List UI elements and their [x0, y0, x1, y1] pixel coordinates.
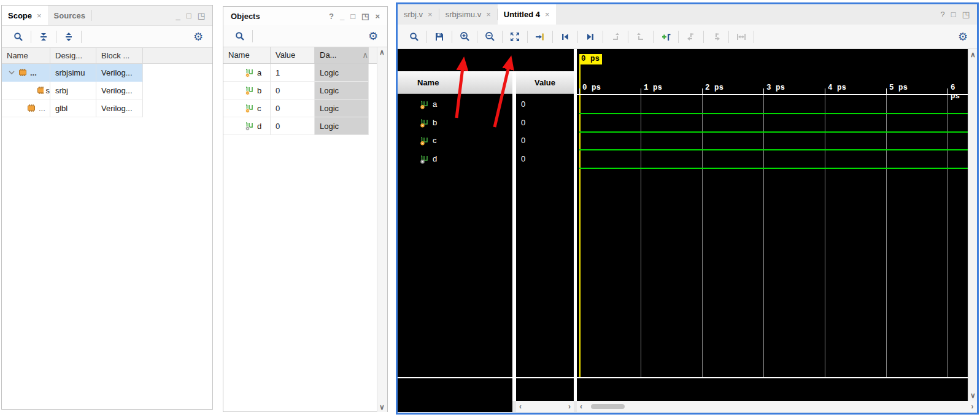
object-name: c	[257, 104, 261, 113]
swap-cursors-icon[interactable]	[733, 29, 749, 45]
wave-signal-row[interactable]: c	[398, 131, 512, 149]
tab-srbjsimu-v[interactable]: srbjsimu.v ×	[439, 4, 497, 25]
scroll-left-icon[interactable]: ‹	[519, 403, 522, 410]
value-horizontal-scrollbar[interactable]: ‹ ›	[516, 401, 574, 412]
column-header-name[interactable]: Name	[2, 48, 50, 63]
column-header-value[interactable]: Value	[271, 47, 315, 63]
column-header-name[interactable]: Name	[223, 47, 271, 63]
column-header-block[interactable]: Block ...	[96, 48, 143, 63]
scroll-right-icon[interactable]: ›	[568, 403, 571, 410]
gear-icon[interactable]: ⚙	[365, 28, 381, 44]
scroll-corner[interactable]: ›	[968, 401, 977, 412]
scroll-up-icon[interactable]: ∧	[379, 49, 385, 56]
ruler-label: 0 ps	[582, 84, 601, 92]
object-name: a	[257, 68, 261, 77]
wave-signal-row[interactable]: b	[398, 114, 512, 131]
previous-marker-icon[interactable]	[683, 29, 699, 45]
table-row[interactable]: s srbj Verilog...	[2, 82, 212, 99]
waveform-trace-d	[579, 168, 968, 169]
tab-sources[interactable]: Sources	[48, 6, 91, 25]
wave-name-header[interactable]: Name	[398, 71, 512, 94]
wave-horizontal-scrollbar[interactable]: ‹	[577, 401, 968, 412]
float-icon[interactable]: ◳	[361, 12, 369, 21]
float-icon[interactable]: ◳	[198, 11, 205, 20]
scroll-left-icon[interactable]: ‹	[580, 403, 582, 410]
scroll-down-icon[interactable]: ∨	[970, 392, 976, 399]
table-row[interactable]: ... srbjsimu Verilog...	[2, 64, 212, 82]
scope-design-unit: srbjsimu	[50, 64, 96, 82]
tab-srbj-v[interactable]: srbj.v ×	[398, 4, 439, 25]
scroll-right-icon[interactable]: ›	[971, 403, 974, 410]
table-row[interactable]: c 0 Logic	[223, 99, 377, 117]
object-value: 1	[271, 64, 315, 82]
column-header-datatype[interactable]: Da... ∧	[315, 47, 369, 63]
tab-untitled-4[interactable]: Untitled 4 ×	[498, 4, 556, 25]
scrollbar-thumb[interactable]	[591, 404, 625, 409]
signal-icon	[420, 154, 429, 164]
next-marker-icon[interactable]	[708, 29, 724, 45]
wave-signal-row[interactable]: a	[398, 95, 512, 113]
chevron-down-icon[interactable]	[8, 69, 15, 76]
maximize-icon[interactable]: □	[951, 10, 956, 19]
tab-sources-label: Sources	[54, 11, 85, 20]
scroll-down-icon[interactable]: ∨	[379, 403, 385, 411]
gear-icon[interactable]: ⚙	[190, 29, 206, 45]
wave-signal-row[interactable]: d	[398, 150, 512, 168]
vertical-scrollbar[interactable]: ∧ ∨	[377, 47, 387, 412]
swap-cursor-next-icon[interactable]	[633, 29, 649, 45]
waveform-trace-c	[579, 149, 968, 150]
float-icon[interactable]: ◳	[962, 10, 970, 19]
zoom-in-icon[interactable]	[457, 29, 473, 45]
search-icon[interactable]	[10, 29, 26, 45]
close-icon[interactable]: ×	[37, 11, 42, 20]
name-column-footer	[398, 401, 512, 412]
go-to-time-icon[interactable]	[532, 29, 548, 45]
gridline	[825, 95, 825, 377]
table-row[interactable]: b 0 Logic	[223, 82, 377, 99]
expand-all-icon[interactable]	[61, 29, 77, 45]
save-icon[interactable]	[431, 29, 447, 45]
minimize-icon[interactable]: _	[176, 11, 180, 20]
wave-value-header[interactable]: Value	[516, 71, 574, 94]
swap-cursor-previous-icon[interactable]	[608, 29, 623, 45]
maximize-icon[interactable]: □	[350, 12, 355, 21]
gear-icon[interactable]: ⚙	[955, 29, 971, 45]
close-icon[interactable]: ×	[545, 10, 550, 19]
vertical-scrollbar[interactable]: ∧ ∨	[968, 49, 977, 401]
zoom-out-icon[interactable]	[482, 29, 498, 45]
previous-transition-icon[interactable]	[557, 29, 573, 45]
tab-scope[interactable]: Scope ×	[2, 6, 48, 25]
column-header-design[interactable]: Desig...	[50, 48, 96, 63]
table-row[interactable]: ... glbl Verilog...	[2, 99, 212, 117]
next-transition-icon[interactable]	[582, 29, 598, 45]
sort-ascending-icon[interactable]: ∧	[362, 50, 368, 63]
module-icon	[36, 86, 44, 95]
help-icon[interactable]: ?	[941, 10, 945, 19]
help-icon[interactable]: ?	[329, 12, 334, 21]
time-cursor[interactable]	[579, 54, 581, 377]
scroll-up-icon[interactable]: ∧	[970, 51, 976, 58]
close-icon[interactable]: ×	[375, 12, 380, 21]
tab-label: srbj.v	[404, 10, 423, 19]
table-row[interactable]: d 0 Logic	[223, 117, 377, 135]
module-icon	[26, 104, 36, 112]
zoom-fit-icon[interactable]	[507, 29, 523, 45]
object-type: Logic	[315, 64, 369, 82]
add-marker-icon[interactable]	[658, 29, 674, 45]
gridline	[947, 95, 948, 377]
ruler-label: 4 ps	[828, 84, 846, 92]
minimize-icon[interactable]: _	[340, 12, 344, 21]
search-icon[interactable]	[406, 29, 422, 45]
table-row[interactable]: a 1 Logic	[223, 64, 377, 82]
maximize-icon[interactable]: □	[187, 11, 191, 20]
search-icon[interactable]	[232, 28, 248, 44]
gridline	[763, 95, 764, 377]
close-icon[interactable]: ×	[428, 10, 433, 19]
close-icon[interactable]: ×	[486, 10, 491, 19]
waveform-plot-area[interactable]: 0 ps 0 ps 1 ps 2 ps 3 ps 4 ps 5 ps 6 ps	[577, 49, 968, 377]
collapse-all-icon[interactable]	[36, 29, 52, 45]
gridline	[886, 95, 887, 377]
objects-table-header: Name Value Da... ∧	[223, 47, 377, 64]
scope-block-type: Verilog...	[96, 64, 143, 82]
ruler-baseline	[577, 94, 968, 95]
